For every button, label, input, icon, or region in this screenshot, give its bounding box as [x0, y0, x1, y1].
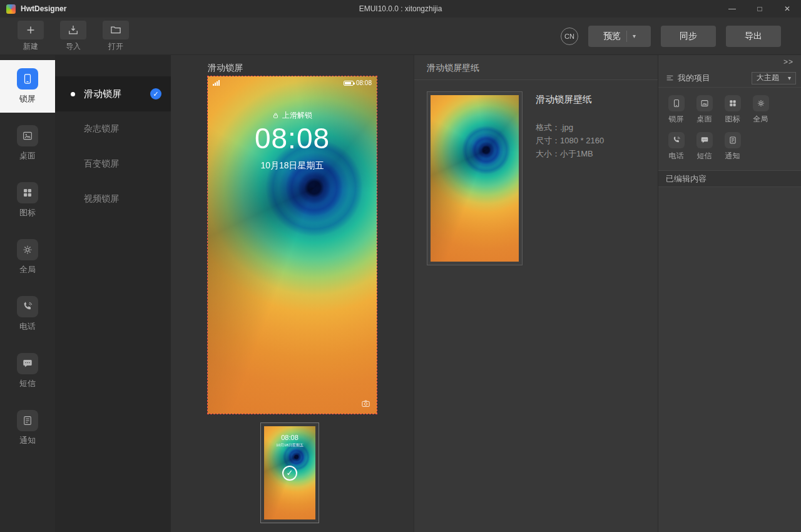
toolbar-right-group: CN 预览 ▾ 同步 导出	[561, 26, 781, 47]
chevron-down-icon: ▾	[788, 74, 791, 81]
theme-type-value: 大主题	[757, 73, 779, 83]
sidebar-item-label: 通知	[19, 435, 36, 446]
global-gear-icon	[17, 239, 38, 260]
project-item-desktop[interactable]: 桌面	[691, 95, 718, 125]
module-sidebar: 锁屏 桌面 图标 全局 电话	[0, 55, 55, 532]
maximize-button[interactable]: □	[746, 0, 773, 18]
new-button[interactable]: 新建	[13, 21, 49, 52]
main-area: 锁屏 桌面 图标 全局 电话	[0, 55, 801, 532]
language-button[interactable]: CN	[561, 28, 578, 45]
toolbar: 新建 导入 打开 CN 预览 ▾ 同步 导出	[0, 18, 801, 55]
chevron-down-icon[interactable]: ▾	[633, 33, 636, 39]
wallpaper-spec-block: 滑动锁屏壁纸 格式：.jpg 尺寸：1080 * 2160 大小：小于1MB	[536, 94, 604, 160]
collapse-panel-button[interactable]: >>	[658, 55, 801, 69]
phone-status-bar: 08:08	[213, 79, 372, 86]
preview-divider	[626, 31, 627, 42]
sync-label: 同步	[680, 31, 697, 42]
wallpaper-filesize: 大小：小于1MB	[536, 147, 604, 160]
sync-button[interactable]: 同步	[661, 26, 716, 47]
project-item-sms[interactable]: 短信	[691, 132, 718, 161]
thumb-clock: 08:08	[264, 434, 315, 441]
icons-icon	[725, 95, 741, 111]
unlock-hint-text: 上滑解锁	[282, 110, 312, 121]
preview-button[interactable]: 预览 ▾	[588, 26, 651, 47]
sidebar-item-lockscreen[interactable]: 锁屏	[0, 60, 55, 113]
lock-type-magazine[interactable]: 杂志锁屏	[55, 111, 171, 146]
sidebar-item-label: 全局	[19, 264, 36, 275]
app-logo-icon	[6, 4, 16, 14]
lockscreen-clock: 08:08	[208, 121, 377, 155]
project-item-notification[interactable]: 通知	[719, 132, 746, 161]
project-item-label: 桌面	[697, 114, 712, 125]
sidebar-item-label: 桌面	[19, 150, 36, 161]
lock-type-label: 百变锁屏	[84, 158, 119, 170]
close-button[interactable]: ✕	[773, 0, 801, 18]
status-time: 08:08	[356, 79, 372, 86]
project-item-label: 全局	[753, 114, 768, 125]
lock-type-label: 滑动锁屏	[84, 88, 121, 100]
theme-type-select[interactable]: 大主题 ▾	[752, 72, 796, 84]
sidebar-item-label: 电话	[19, 321, 36, 332]
project-item-label: 短信	[697, 151, 712, 161]
sidebar-item-notification[interactable]: 通知	[0, 402, 55, 454]
selected-check-icon: ✓	[150, 88, 161, 100]
project-item-label: 通知	[725, 151, 740, 161]
signal-icon	[213, 80, 220, 86]
wallpaper-preview-box[interactable]	[427, 91, 523, 265]
icons-icon	[17, 182, 38, 203]
sms-icon	[17, 353, 38, 374]
camera-icon	[361, 399, 370, 408]
lock-type-video[interactable]: 视频锁屏	[55, 182, 171, 217]
lock-type-label: 杂志锁屏	[84, 123, 119, 135]
sidebar-item-label: 图标	[19, 207, 36, 218]
thumb-selected-check-icon: ✓	[282, 466, 297, 481]
sidebar-item-phone[interactable]: 电话	[0, 288, 55, 340]
lockscreen-date: 10月18日星期五	[208, 160, 377, 171]
projects-header: 我的项目 大主题 ▾	[658, 69, 801, 88]
project-item-icons[interactable]: 图标	[719, 95, 746, 125]
sidebar-item-desktop[interactable]: 桌面	[0, 117, 55, 170]
notification-icon	[17, 410, 38, 431]
open-folder-icon[interactable]	[103, 21, 129, 39]
new-icon[interactable]	[18, 21, 44, 39]
projects-panel: >> 我的项目 大主题 ▾ 锁屏 桌面	[658, 55, 801, 532]
list-icon	[666, 74, 674, 82]
export-button[interactable]: 导出	[726, 26, 781, 47]
sidebar-item-icons[interactable]: 图标	[0, 174, 55, 227]
sidebar-item-label: 锁屏	[19, 93, 36, 105]
lock-icon	[272, 112, 279, 119]
lockscreen-preview[interactable]: 08:08 上滑解锁 08:08 10月18日星期五	[207, 76, 377, 414]
project-item-phone[interactable]: 电话	[663, 132, 690, 161]
wallpaper-thumbnail-selected[interactable]: 08:08 10月18日星期五 ✓	[260, 422, 319, 523]
projects-title: 我的项目	[678, 73, 710, 84]
preview-panel-title: 滑动锁屏	[208, 63, 243, 74]
minimize-button[interactable]: —	[718, 0, 746, 18]
active-bullet	[71, 92, 75, 96]
lock-type-slide[interactable]: 滑动锁屏 ✓	[55, 76, 171, 111]
lock-type-variable[interactable]: 百变锁屏	[55, 146, 171, 182]
project-item-label: 锁屏	[669, 114, 684, 125]
import-button[interactable]: 导入	[55, 21, 91, 52]
sidebar-item-global[interactable]: 全局	[0, 231, 55, 284]
window-title: EMUI10.0.0 : xitongzhijia	[0, 4, 801, 13]
wallpaper-preview-image	[431, 95, 519, 262]
app-name: HwtDesigner	[21, 4, 66, 13]
project-modules-grid: 锁屏 桌面 图标 全局	[658, 88, 801, 169]
project-item-lockscreen[interactable]: 锁屏	[663, 95, 690, 125]
import-label: 导入	[66, 41, 81, 52]
lockscreen-icon	[668, 95, 685, 111]
global-gear-icon	[753, 95, 769, 111]
wallpaper-panel-title: 滑动锁屏壁纸	[414, 55, 658, 80]
desktop-icon	[17, 125, 38, 146]
preview-label: 预览	[603, 31, 621, 42]
battery-icon	[344, 81, 354, 86]
edited-content-section-header: 已编辑内容	[658, 170, 801, 187]
project-item-global[interactable]: 全局	[747, 95, 774, 125]
open-button[interactable]: 打开	[98, 21, 134, 52]
window-controls: — □ ✕	[718, 0, 801, 18]
title-bar: HwtDesigner EMUI10.0.0 : xitongzhijia — …	[0, 0, 801, 18]
import-icon[interactable]	[60, 21, 86, 39]
sidebar-item-label: 短信	[19, 378, 36, 389]
sidebar-item-sms[interactable]: 短信	[0, 345, 55, 397]
wallpaper-format: 格式：.jpg	[536, 121, 604, 134]
